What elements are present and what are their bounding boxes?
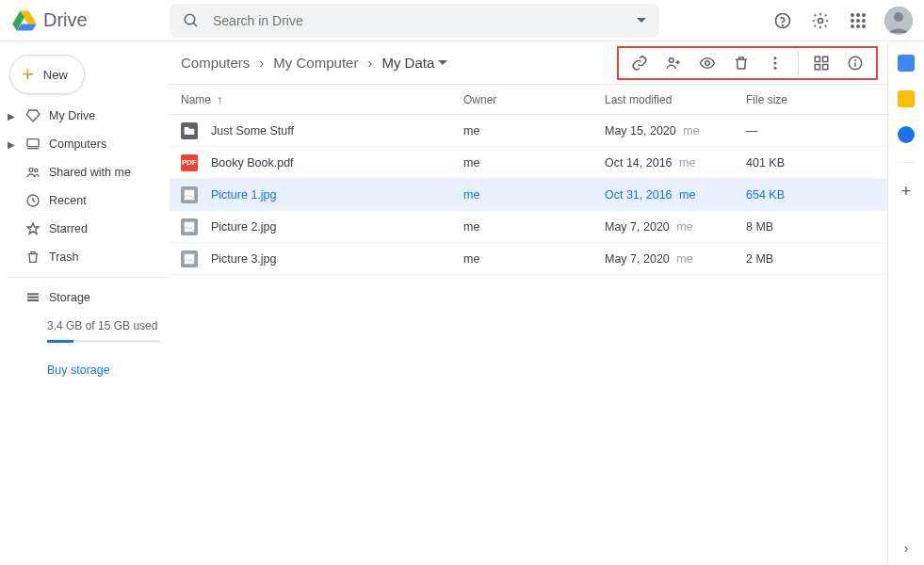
breadcrumb-item[interactable]: My Computer bbox=[271, 51, 360, 74]
file-modified: Oct 31, 2016 me bbox=[605, 188, 746, 202]
tasks-icon[interactable] bbox=[898, 126, 915, 143]
chevron-right-icon: ▶ bbox=[8, 111, 17, 121]
file-size: 2 MB bbox=[746, 252, 876, 266]
svg-point-13 bbox=[862, 24, 866, 28]
avatar[interactable] bbox=[884, 7, 913, 35]
clock-icon bbox=[24, 192, 41, 209]
svg-rect-36 bbox=[185, 189, 195, 200]
file-name: Booky Book.pdf bbox=[211, 156, 294, 170]
table-row[interactable]: PDFBooky Book.pdfmeOct 14, 2016 me401 KB bbox=[170, 147, 887, 179]
share-icon[interactable] bbox=[657, 48, 690, 78]
delete-icon[interactable] bbox=[724, 48, 758, 78]
file-modified: May 7, 2020 me bbox=[605, 220, 746, 234]
svg-rect-22 bbox=[27, 297, 39, 299]
people-icon bbox=[24, 164, 41, 181]
sidebar-item-shared[interactable]: Shared with me bbox=[0, 158, 170, 186]
svg-point-10 bbox=[862, 19, 866, 23]
add-app-icon[interactable]: + bbox=[901, 182, 912, 202]
drive-logo-icon bbox=[11, 9, 38, 32]
toolbar: Computers › My Computer › My Data bbox=[170, 41, 887, 85]
chevron-right-icon: › bbox=[259, 55, 264, 71]
svg-point-8 bbox=[851, 19, 854, 23]
table-row[interactable]: Picture 1.jpgmeOct 31, 2016 me654 KB bbox=[170, 179, 887, 211]
sidebar-item-computers[interactable]: ▶ Computers bbox=[0, 130, 170, 158]
svg-point-11 bbox=[851, 24, 854, 28]
svg-rect-38 bbox=[185, 253, 195, 264]
separator bbox=[8, 277, 170, 278]
file-size: 654 KB bbox=[746, 188, 876, 202]
gear-icon[interactable] bbox=[809, 9, 832, 32]
more-icon[interactable] bbox=[758, 48, 792, 78]
svg-point-27 bbox=[774, 61, 777, 64]
table-row[interactable]: Picture 3.jpgmeMay 7, 2020 me2 MB bbox=[170, 243, 887, 275]
file-size: — bbox=[746, 124, 876, 137]
table-row[interactable]: Just Some StuffmeMay 15, 2020 me— bbox=[170, 115, 887, 147]
breadcrumb-item[interactable]: Computers bbox=[179, 51, 251, 74]
sidebar-item-trash[interactable]: Trash bbox=[0, 243, 170, 271]
pdf-icon: PDF bbox=[181, 154, 198, 171]
file-owner: me bbox=[463, 188, 605, 202]
dropdown-icon bbox=[438, 58, 447, 68]
preview-icon[interactable] bbox=[690, 48, 724, 78]
svg-point-18 bbox=[29, 168, 33, 171]
sidebar-item-my-drive[interactable]: ▶ My Drive bbox=[0, 102, 170, 130]
plus-icon: + bbox=[22, 64, 34, 85]
info-icon[interactable] bbox=[838, 48, 872, 78]
table-row[interactable]: Picture 2.jpgmeMay 7, 2020 me8 MB bbox=[170, 211, 887, 243]
svg-point-28 bbox=[774, 66, 777, 69]
new-button-label: New bbox=[43, 68, 68, 82]
svg-line-1 bbox=[193, 23, 197, 26]
collapse-rail-icon[interactable]: › bbox=[904, 541, 909, 556]
trash-icon bbox=[24, 249, 41, 266]
svg-point-0 bbox=[185, 14, 195, 24]
file-modified: May 15, 2020 me bbox=[605, 124, 746, 137]
sidebar-item-label: Computers bbox=[49, 137, 106, 151]
chevron-right-icon: ▶ bbox=[8, 139, 17, 150]
sidebar-item-storage[interactable]: Storage bbox=[0, 283, 170, 312]
svg-point-35 bbox=[855, 59, 856, 60]
search-input[interactable] bbox=[213, 13, 624, 28]
header-actions bbox=[771, 7, 913, 35]
column-name[interactable]: Name↑ bbox=[181, 93, 463, 106]
svg-point-24 bbox=[670, 57, 674, 62]
sidebar-item-label: Recent bbox=[49, 194, 87, 207]
file-owner: me bbox=[463, 252, 605, 266]
apps-icon[interactable] bbox=[847, 9, 869, 32]
separator bbox=[798, 52, 799, 74]
column-owner[interactable]: Owner bbox=[463, 93, 605, 106]
grid-view-icon[interactable] bbox=[804, 48, 838, 78]
breadcrumb-item-current[interactable]: My Data bbox=[380, 51, 449, 74]
buy-storage-link[interactable]: Buy storage bbox=[47, 363, 170, 377]
image-icon bbox=[181, 186, 198, 203]
my-drive-icon bbox=[24, 107, 41, 124]
logo-area[interactable]: Drive bbox=[11, 9, 170, 32]
sidebar-item-starred[interactable]: Starred bbox=[0, 215, 170, 243]
star-icon bbox=[24, 220, 41, 237]
svg-point-6 bbox=[856, 13, 860, 17]
svg-rect-37 bbox=[185, 221, 195, 232]
svg-point-7 bbox=[862, 13, 866, 17]
folder-icon bbox=[181, 122, 198, 139]
dropdown-icon[interactable] bbox=[637, 16, 646, 25]
column-modified[interactable]: Last modified bbox=[605, 93, 746, 106]
file-owner: me bbox=[463, 124, 605, 137]
get-link-icon[interactable] bbox=[623, 48, 657, 78]
separator bbox=[898, 162, 915, 163]
keep-icon[interactable] bbox=[898, 90, 915, 107]
search-bar[interactable] bbox=[170, 4, 659, 38]
svg-rect-21 bbox=[27, 293, 39, 295]
svg-point-12 bbox=[856, 24, 860, 28]
column-size[interactable]: File size bbox=[746, 93, 876, 106]
storage-info: 3.4 GB of 15 GB used Buy storage bbox=[0, 312, 170, 377]
computer-icon bbox=[24, 136, 41, 153]
svg-rect-30 bbox=[823, 56, 828, 61]
file-list: Just Some StuffmeMay 15, 2020 me—PDFBook… bbox=[170, 115, 887, 275]
svg-rect-23 bbox=[27, 299, 39, 301]
calendar-icon[interactable] bbox=[898, 55, 915, 72]
svg-point-15 bbox=[894, 12, 903, 22]
sidebar-item-label: Trash bbox=[49, 250, 79, 264]
help-icon[interactable] bbox=[771, 9, 794, 32]
main: Computers › My Computer › My Data Name↑ … bbox=[170, 41, 888, 565]
sidebar-item-recent[interactable]: Recent bbox=[0, 186, 170, 215]
new-button[interactable]: +New bbox=[9, 55, 85, 94]
